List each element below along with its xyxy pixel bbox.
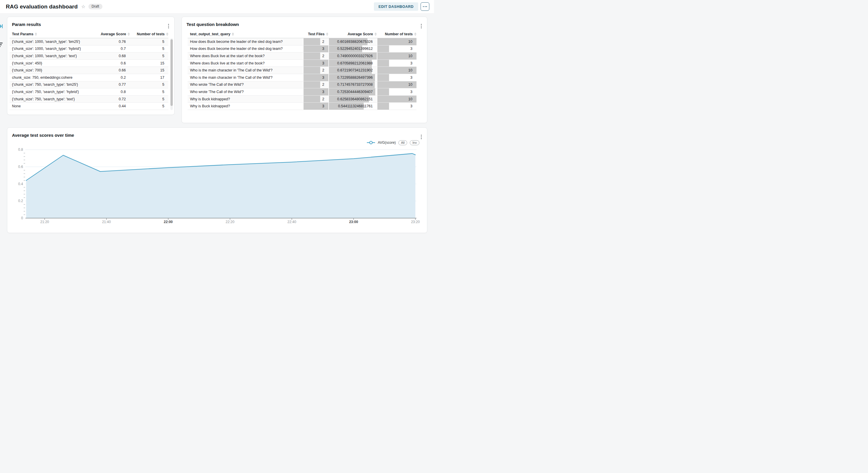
filter-icon[interactable] [0,42,3,48]
cell-query: Who wrote 'The Call of the Wild'? [188,90,303,94]
cell-average-score: 0.7253044446309407 [328,88,377,95]
cell-average-score: 0.7490000003327926 [328,53,377,60]
table-row[interactable]: {'chunk_size': 700}0.6615 [10,67,168,74]
cell-test-params: {'chunk_size': 1000, 'search_type': 'hyb… [10,47,93,51]
column-header-average-score[interactable]: Average Score [328,32,377,36]
area-chart-plot [25,147,416,218]
cell-test-files: 2 [303,53,328,60]
cell-average-score: 0.7174576733727008 [328,81,377,88]
column-header-test-params[interactable]: Test Params [10,32,93,36]
cell-number-of-tests: 5 [130,47,168,51]
table-row[interactable]: {'chunk_size': 450}0.615 [10,60,168,67]
param-results-panel: Param results Test Params Average Score … [7,16,175,115]
cell-average-score: 0.6721907341231902 [328,67,377,74]
table-row[interactable]: {'chunk_size': 750, 'search_type': 'hybr… [10,88,168,96]
cell-query: Who wrote 'The Call of the Wild'? [188,82,303,87]
x-axis-tick-label: 23:00 [344,220,363,224]
panel-title: Param results [12,22,41,27]
panel-menu-kebab-icon[interactable] [420,134,423,140]
cell-test-files: 3 [303,45,328,53]
cell-average-score: 0.44 [93,104,130,108]
panel-menu-kebab-icon[interactable] [167,23,170,29]
cell-number-of-tests: 5 [130,90,168,94]
sort-icon [166,33,168,36]
cell-number-of-tests: 10 [377,96,416,103]
cell-number-of-tests: 10 [377,81,416,88]
range-button-all[interactable]: All [398,140,407,145]
cell-number-of-tests: 3 [377,74,416,81]
cell-test-params: None [10,104,93,108]
legend-line-marker-icon [367,141,375,144]
cell-query: Why is Buck kidnapped? [188,104,303,108]
table-row[interactable]: Who wrote 'The Call of the Wild'? 3 0.72… [188,88,416,96]
legend-series-label: AVG(score) [378,141,396,145]
more-options-button[interactable] [421,2,429,11]
sort-icon [374,33,377,36]
cell-test-params: {'chunk_size': 700} [10,68,93,72]
table-row[interactable]: Where does Buck live at the start of the… [188,53,416,60]
table-row[interactable]: Who wrote 'The Call of the Wild'? 2 0.71… [188,81,416,89]
cell-query: Who is the main character in 'The Call o… [188,75,303,79]
table-row[interactable]: chunk_size: 750, embeddings:cohere0.217 [10,74,168,81]
cell-average-score: 0.76 [93,40,130,44]
cell-test-files: 3 [303,88,328,95]
table-row[interactable]: {'chunk_size': 1000, 'search_type': 'hyb… [10,45,168,53]
x-axis-tick-label: 23:20 [406,220,425,224]
sort-icon [326,33,328,36]
question-breakdown-table: test_output_test_query Test Files Averag… [188,30,416,110]
cell-average-score: 0.7229588826497396 [328,74,377,81]
table-row[interactable]: Why is Buck kidnapped? 3 0.5441113246811… [188,103,416,110]
table-row[interactable]: Where does Buck live at the start of the… [188,60,416,67]
panel-title: Average test scores over time [12,133,74,138]
cell-number-of-tests: 5 [130,40,168,44]
x-axis-tick-label: 22:40 [282,220,301,224]
table-row[interactable]: How does Buck become the leader of the s… [188,38,416,45]
cell-number-of-tests: 17 [130,75,168,79]
table-row[interactable]: None0.445 [10,103,168,110]
y-axis-tick-label: 0.6 [13,165,23,169]
table-row[interactable]: Why is Buck kidnapped? 2 0.6258336480862… [188,96,416,103]
table-row[interactable]: {'chunk_size': 750, 'search_type': 'text… [10,96,168,103]
cell-test-params: {'chunk_size': 450} [10,61,93,65]
cell-test-params: chunk_size: 750, embeddings:cohere [10,75,93,79]
table-header-row: Test Params Average Score Number of test… [10,30,168,38]
cell-number-of-tests: 10 [377,53,416,60]
cell-test-files: 2 [303,38,328,45]
cell-test-files: 3 [303,74,328,81]
question-breakdown-panel: Test question breakdown test_output_test… [182,16,427,123]
x-axis-tick-label: 21:20 [35,220,54,224]
column-header-number-of-tests[interactable]: Number of tests [377,32,416,36]
cell-number-of-tests: 3 [377,88,416,95]
cell-number-of-tests: 3 [377,60,416,67]
column-header-average-score[interactable]: Average Score [93,32,130,36]
sort-icon [35,33,37,36]
table-row[interactable]: {'chunk_size': 750, 'search_type': 'bm25… [10,81,168,89]
table-row[interactable]: How does Buck become the leader of the s… [188,45,416,53]
cell-number-of-tests: 15 [130,61,168,65]
param-results-table: Test Params Average Score Number of test… [10,30,168,110]
y-axis-tick-label: 0.8 [13,147,23,151]
cell-query: Who is the main character in 'The Call o… [188,68,303,72]
column-header-number-of-tests[interactable]: Number of tests [130,32,168,36]
table-scrollbar[interactable] [170,38,173,110]
column-header-query[interactable]: test_output_test_query [188,32,303,36]
cell-average-score: 0.68 [93,54,130,58]
cell-number-of-tests: 5 [130,104,168,108]
table-row[interactable]: {'chunk_size': 1000, 'search_type': 'bm2… [10,38,168,45]
cell-test-files: 3 [303,103,328,110]
cell-number-of-tests: 5 [130,97,168,101]
favorite-star-icon[interactable]: ☆ [81,4,85,9]
scores-over-time-panel: Average test scores over time AVG(score)… [7,128,427,233]
cell-average-score: 0.72 [93,97,130,101]
table-row[interactable]: Who is the main character in 'The Call o… [188,74,416,81]
range-button-inv[interactable]: Inv [410,140,420,145]
scrollbar-thumb[interactable] [170,39,173,106]
column-header-test-files[interactable]: Test Files [303,32,328,36]
table-row[interactable]: {'chunk_size': 1000, 'search_type': 'tex… [10,53,168,60]
table-row[interactable]: Who is the main character in 'The Call o… [188,67,416,74]
cell-average-score: 0.2 [93,75,130,79]
collapse-panel-icon[interactable] [0,24,3,30]
edit-dashboard-button[interactable]: EDIT DASHBOARD [374,2,418,11]
panel-menu-kebab-icon[interactable] [420,23,423,29]
cell-test-files: 2 [303,67,328,74]
